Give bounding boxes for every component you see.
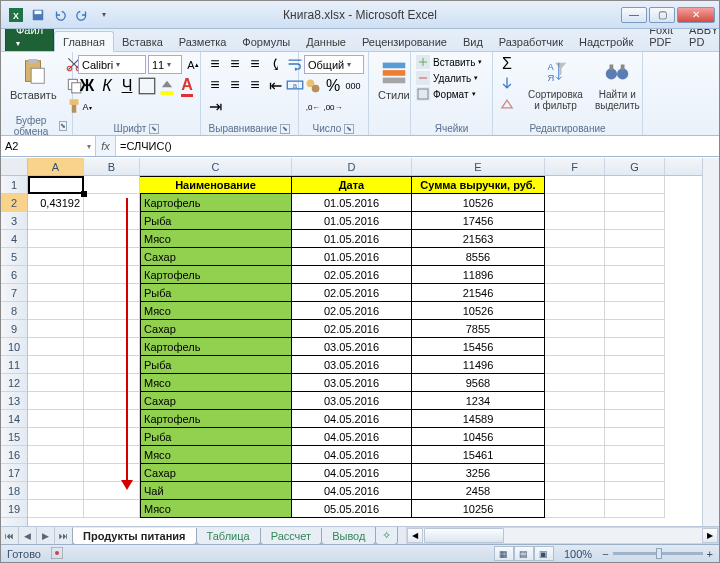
col-header-D[interactable]: D xyxy=(292,158,412,175)
cell-C13[interactable]: Сахар xyxy=(140,392,292,410)
row-header-16[interactable]: 16 xyxy=(1,446,27,464)
cell-A3[interactable] xyxy=(28,212,84,230)
scroll-thumb[interactable] xyxy=(424,528,504,543)
cell-D1[interactable]: Дата xyxy=(292,176,412,194)
cell-G3[interactable] xyxy=(605,212,665,230)
cell-B12[interactable] xyxy=(84,374,140,392)
cell-A13[interactable] xyxy=(28,392,84,410)
cell-E15[interactable]: 10456 xyxy=(412,428,545,446)
font-size-combo[interactable]: 11▾ xyxy=(148,55,182,74)
cell-F17[interactable] xyxy=(545,464,605,482)
view-normal-icon[interactable]: ▦ xyxy=(494,546,514,561)
cell-F14[interactable] xyxy=(545,410,605,428)
row-header-3[interactable]: 3 xyxy=(1,212,27,230)
cell-F3[interactable] xyxy=(545,212,605,230)
cell-E13[interactable]: 1234 xyxy=(412,392,545,410)
row-header-17[interactable]: 17 xyxy=(1,464,27,482)
tab-addins[interactable]: Надстройк xyxy=(571,32,641,51)
cell-F8[interactable] xyxy=(545,302,605,320)
increase-decimal-icon[interactable]: ,0← xyxy=(304,98,322,116)
cell-E6[interactable]: 11896 xyxy=(412,266,545,284)
cell-E1[interactable]: Сумма выручки, руб. xyxy=(412,176,545,194)
row-header-8[interactable]: 8 xyxy=(1,302,27,320)
number-format-combo[interactable]: Общий▾ xyxy=(304,55,364,74)
zoom-slider[interactable] xyxy=(613,552,703,555)
row-header-1[interactable]: 1 xyxy=(1,176,27,194)
row-header-2[interactable]: 2 xyxy=(1,194,27,212)
col-header-E[interactable]: E xyxy=(412,158,545,175)
tab-view[interactable]: Вид xyxy=(455,32,491,51)
col-header-F[interactable]: F xyxy=(545,158,605,175)
cell-B8[interactable] xyxy=(84,302,140,320)
delete-cells-button[interactable]: Удалить▾ xyxy=(416,71,478,85)
align-launcher[interactable]: ⬊ xyxy=(280,124,290,134)
tab-layout[interactable]: Разметка xyxy=(171,32,235,51)
comma-icon[interactable]: 000 xyxy=(344,77,362,95)
cell-F7[interactable] xyxy=(545,284,605,302)
cell-D6[interactable]: 02.05.2016 xyxy=(292,266,412,284)
row-header-7[interactable]: 7 xyxy=(1,284,27,302)
cell-C3[interactable]: Рыба xyxy=(140,212,292,230)
cell-G18[interactable] xyxy=(605,482,665,500)
sheet-tab-3[interactable]: Рассчет xyxy=(260,528,323,545)
cell-C14[interactable]: Картофель xyxy=(140,410,292,428)
cell-A8[interactable] xyxy=(28,302,84,320)
sheet-tab-4[interactable]: Вывод xyxy=(321,528,376,545)
cell-A16[interactable] xyxy=(28,446,84,464)
cell-A4[interactable] xyxy=(28,230,84,248)
cell-G10[interactable] xyxy=(605,338,665,356)
cell-E12[interactable]: 9568 xyxy=(412,374,545,392)
sort-filter-button[interactable]: AЯ Сортировка и фильтр xyxy=(524,55,587,113)
bold-button[interactable]: Ж xyxy=(78,77,96,95)
cell-A14[interactable] xyxy=(28,410,84,428)
cell-E2[interactable]: 10526 xyxy=(412,194,545,212)
cell-F11[interactable] xyxy=(545,356,605,374)
clear-icon[interactable] xyxy=(498,95,516,113)
maximize-button[interactable]: ▢ xyxy=(649,7,675,23)
qat-customize-icon[interactable]: ▾ xyxy=(95,6,113,24)
row-header-12[interactable]: 12 xyxy=(1,374,27,392)
row-header-11[interactable]: 11 xyxy=(1,356,27,374)
fill-color-icon[interactable] xyxy=(158,77,176,95)
insert-cells-button[interactable]: Вставить▾ xyxy=(416,55,482,69)
cell-B7[interactable] xyxy=(84,284,140,302)
cell-B11[interactable] xyxy=(84,356,140,374)
cell-C9[interactable]: Сахар xyxy=(140,320,292,338)
cell-D4[interactable]: 01.05.2016 xyxy=(292,230,412,248)
cell-F18[interactable] xyxy=(545,482,605,500)
cell-D17[interactable]: 04.05.2016 xyxy=(292,464,412,482)
sheet-nav-next[interactable]: ▶ xyxy=(37,527,55,544)
cell-F5[interactable] xyxy=(545,248,605,266)
select-all-corner[interactable] xyxy=(1,158,28,176)
cell-F12[interactable] xyxy=(545,374,605,392)
tab-home[interactable]: Главная xyxy=(54,31,114,52)
tab-formulas[interactable]: Формулы xyxy=(234,32,298,51)
cell-D10[interactable]: 03.05.2016 xyxy=(292,338,412,356)
cell-A7[interactable] xyxy=(28,284,84,302)
autosum-icon[interactable]: Σ xyxy=(498,55,516,73)
col-header-G[interactable]: G xyxy=(605,158,665,175)
row-header-14[interactable]: 14 xyxy=(1,410,27,428)
sheet-nav-last[interactable]: ⏭ xyxy=(55,527,73,544)
tab-review[interactable]: Рецензирование xyxy=(354,32,455,51)
cell-C15[interactable]: Рыба xyxy=(140,428,292,446)
cell-D2[interactable]: 01.05.2016 xyxy=(292,194,412,212)
increase-indent-icon[interactable]: ⇥ xyxy=(206,97,224,115)
save-icon[interactable] xyxy=(29,6,47,24)
cell-F2[interactable] xyxy=(545,194,605,212)
cell-E19[interactable]: 10256 xyxy=(412,500,545,518)
cell-F6[interactable] xyxy=(545,266,605,284)
format-cells-button[interactable]: Формат▾ xyxy=(416,87,476,101)
view-page-break-icon[interactable]: ▣ xyxy=(534,546,554,561)
horizontal-scrollbar[interactable]: ◀ ▶ xyxy=(406,527,719,544)
cell-D16[interactable]: 04.05.2016 xyxy=(292,446,412,464)
cell-E10[interactable]: 15456 xyxy=(412,338,545,356)
align-middle-icon[interactable]: ≡ xyxy=(226,55,244,73)
col-header-C[interactable]: C xyxy=(140,158,292,175)
cell-D18[interactable]: 04.05.2016 xyxy=(292,482,412,500)
col-header-A[interactable]: A xyxy=(28,158,84,175)
cell-D15[interactable]: 04.05.2016 xyxy=(292,428,412,446)
cell-F4[interactable] xyxy=(545,230,605,248)
cell-B15[interactable] xyxy=(84,428,140,446)
cell-C11[interactable]: Рыба xyxy=(140,356,292,374)
